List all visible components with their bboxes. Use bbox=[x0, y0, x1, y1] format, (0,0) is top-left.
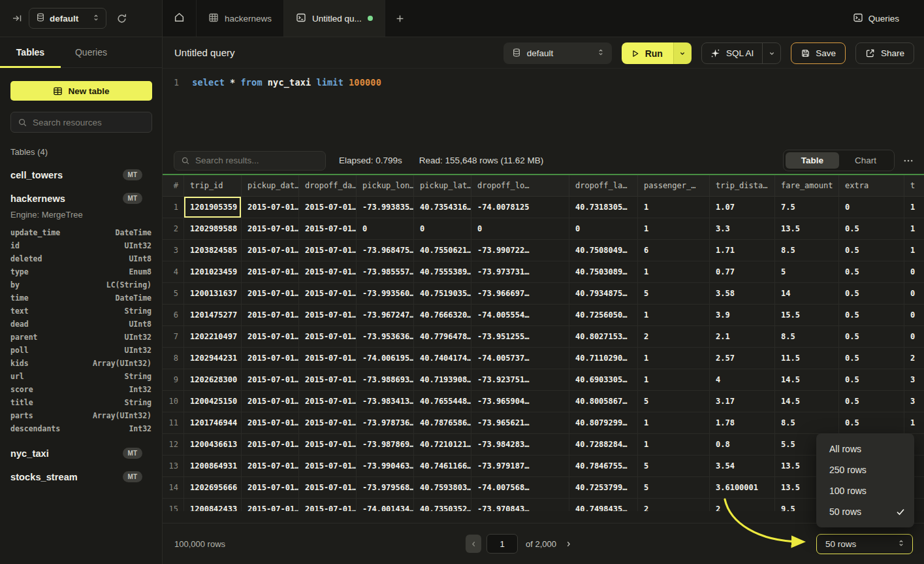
table-cell[interactable]: 40.8005867… bbox=[569, 391, 638, 412]
table-cell[interactable]: 40.7519035… bbox=[414, 283, 471, 304]
topbar-database-selector[interactable]: default bbox=[29, 8, 106, 29]
table-cell[interactable]: -73.966697… bbox=[471, 283, 569, 304]
table-cell[interactable]: 40.7350352… bbox=[414, 499, 471, 511]
sidebar-tab-tables[interactable]: Tables bbox=[0, 37, 61, 67]
table-cell[interactable]: 13.5 bbox=[775, 218, 839, 239]
table-cell[interactable]: -74.0078125 bbox=[471, 197, 569, 218]
sidebar-table-nyc-taxi[interactable]: nyc_taxi MT bbox=[10, 448, 151, 459]
column-header[interactable]: trip_dista… bbox=[710, 175, 775, 196]
rows-menu-item[interactable]: 50 rows bbox=[816, 501, 914, 522]
page-number-input[interactable] bbox=[486, 534, 518, 554]
column-header[interactable]: dropoff_la… bbox=[569, 175, 638, 196]
table-cell[interactable]: 2015-07-01… bbox=[299, 412, 357, 433]
table-cell[interactable]: 3.58 bbox=[710, 283, 775, 304]
table-cell[interactable]: 2015-07-01… bbox=[242, 283, 299, 304]
table-cell[interactable]: 8.5 bbox=[775, 240, 839, 261]
table-cell[interactable]: 40.7498435… bbox=[569, 499, 638, 511]
tab-home[interactable] bbox=[163, 0, 197, 37]
page-size-select[interactable]: 50 rows bbox=[816, 534, 913, 554]
table-cell[interactable]: 1200436613 bbox=[184, 434, 242, 455]
column-header[interactable]: pickup_lat… bbox=[414, 175, 471, 196]
table-cell[interactable]: 2015-07-01… bbox=[299, 305, 357, 325]
table-cell[interactable]: 40.7846755… bbox=[569, 456, 638, 476]
table-cell[interactable]: 40.8079299… bbox=[569, 412, 638, 433]
table-cell[interactable]: 0.8 bbox=[710, 434, 775, 455]
table-cell[interactable]: 5 bbox=[638, 283, 710, 304]
table-cell[interactable]: 1 bbox=[904, 197, 924, 218]
table-cell[interactable]: 1202695666 bbox=[184, 477, 242, 498]
table-cell[interactable]: 40.7210121… bbox=[414, 434, 471, 455]
table-cell[interactable]: 1202944231 bbox=[184, 348, 242, 369]
table-cell[interactable]: -73.953636… bbox=[357, 326, 414, 347]
sidebar-search-input[interactable] bbox=[33, 118, 145, 127]
rows-menu-item[interactable]: 250 rows bbox=[816, 459, 914, 480]
column-header[interactable]: passenger_… bbox=[638, 175, 710, 196]
column-header[interactable]: pickup_lon… bbox=[357, 175, 414, 196]
table-cell[interactable]: 1202628300 bbox=[184, 369, 242, 390]
column-header[interactable]: trip_id bbox=[184, 175, 242, 196]
sidebar-table-cell-towers[interactable]: cell_towers MT bbox=[10, 169, 151, 180]
table-cell[interactable]: -73.965621… bbox=[471, 412, 569, 433]
share-button[interactable]: Share bbox=[855, 42, 914, 64]
table-cell[interactable]: 40.7796478… bbox=[414, 326, 471, 347]
save-button[interactable]: Save bbox=[791, 42, 846, 64]
table-cell[interactable]: 40.7593803… bbox=[414, 477, 471, 498]
table-cell[interactable]: 0 bbox=[904, 305, 924, 325]
table-cell[interactable]: 40.7876586… bbox=[414, 412, 471, 433]
table-cell[interactable]: 0.5 bbox=[839, 412, 904, 433]
table-cell[interactable]: 14 bbox=[775, 283, 839, 304]
table-cell[interactable]: 40.7253799… bbox=[569, 477, 638, 498]
table-cell[interactable]: 1.07 bbox=[710, 197, 775, 218]
table-cell[interactable]: 40.7655448… bbox=[414, 391, 471, 412]
new-table-button[interactable]: New table bbox=[10, 81, 152, 101]
table-cell[interactable]: 14.5 bbox=[775, 391, 839, 412]
table-cell[interactable]: -73.968475… bbox=[357, 240, 414, 261]
table-cell[interactable]: 2015-07-01… bbox=[242, 305, 299, 325]
collapse-sidebar-icon[interactable] bbox=[12, 13, 22, 24]
column-header[interactable]: t bbox=[904, 175, 924, 196]
table-cell[interactable]: -73.965904… bbox=[471, 391, 569, 412]
table-cell[interactable]: 3 bbox=[904, 369, 924, 390]
table-cell[interactable]: 2015-07-01… bbox=[299, 391, 357, 412]
table-cell[interactable]: -73.967247… bbox=[357, 305, 414, 325]
table-cell[interactable]: 40.7934875… bbox=[569, 283, 638, 304]
table-cell[interactable]: -73.983413… bbox=[357, 391, 414, 412]
table-cell[interactable]: 2015-07-01… bbox=[299, 477, 357, 498]
refresh-icon[interactable] bbox=[116, 13, 127, 24]
column-header[interactable]: dropoff_da… bbox=[299, 175, 357, 196]
column-header[interactable]: dropoff_lo… bbox=[471, 175, 569, 196]
results-search[interactable] bbox=[174, 151, 326, 171]
table-cell[interactable]: 40.7318305… bbox=[569, 197, 638, 218]
tab-hackernews[interactable]: hackernews bbox=[197, 0, 284, 37]
table-cell[interactable]: 1 bbox=[638, 434, 710, 455]
table-cell[interactable]: 2015-07-01… bbox=[242, 456, 299, 476]
table-cell[interactable]: 0 bbox=[904, 326, 924, 347]
table-cell[interactable]: 2015-07-01… bbox=[242, 197, 299, 218]
table-cell[interactable]: 2 bbox=[638, 499, 710, 511]
table-cell[interactable]: 1200864931 bbox=[184, 456, 242, 476]
queries-button[interactable]: Queries bbox=[846, 0, 924, 37]
view-toggle-chart[interactable]: Chart bbox=[839, 152, 892, 169]
table-cell[interactable]: 8.5 bbox=[775, 412, 839, 433]
table-cell[interactable]: 1200131637 bbox=[184, 283, 242, 304]
run-button[interactable]: Run bbox=[622, 42, 673, 64]
table-cell[interactable]: -73.951255… bbox=[471, 326, 569, 347]
table-cell[interactable]: 40.7110290… bbox=[569, 348, 638, 369]
table-cell[interactable]: 1201475277 bbox=[184, 305, 242, 325]
table-cell[interactable]: 40.7503089… bbox=[569, 261, 638, 282]
table-cell[interactable]: 1202210497 bbox=[184, 326, 242, 347]
table-cell[interactable]: -73.978736… bbox=[357, 412, 414, 433]
table-cell[interactable]: 2015-07-01… bbox=[242, 240, 299, 261]
results-search-input[interactable] bbox=[195, 156, 319, 165]
table-cell[interactable]: 2.57 bbox=[710, 348, 775, 369]
table-cell[interactable]: 40.6903305… bbox=[569, 369, 638, 390]
sidebar-tab-queries[interactable]: Queries bbox=[61, 37, 121, 67]
table-cell[interactable]: 2015-07-01… bbox=[242, 218, 299, 239]
table-cell[interactable]: 1 bbox=[638, 197, 710, 218]
next-page-button[interactable] bbox=[564, 540, 573, 548]
table-cell[interactable]: 1 bbox=[638, 305, 710, 325]
table-cell[interactable]: 1.71 bbox=[710, 240, 775, 261]
table-cell[interactable]: 0.5 bbox=[839, 326, 904, 347]
sql-ai-options-button[interactable] bbox=[762, 43, 780, 63]
table-cell[interactable]: 40.7666320… bbox=[414, 305, 471, 325]
